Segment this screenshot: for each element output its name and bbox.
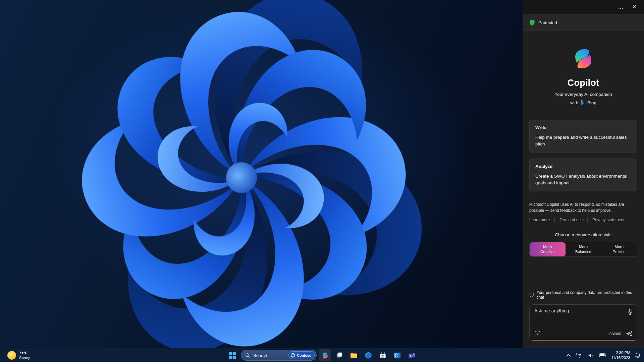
- style-label-line: Precise: [613, 249, 626, 255]
- copilot-subtitle: Your everyday AI companion: [554, 92, 612, 97]
- divider: [587, 218, 588, 222]
- search-box[interactable]: Search Contoso: [241, 350, 317, 361]
- folder-icon: [350, 351, 358, 359]
- contoso-logo-icon: [290, 353, 295, 358]
- write-suggestion-card[interactable]: Write Help me prepare and write a succes…: [529, 120, 637, 153]
- bloom-wallpaper-art: [0, 0, 523, 348]
- with-label: with: [570, 100, 578, 105]
- teams-app-icon: T: [408, 352, 416, 359]
- close-icon[interactable]: ✕: [632, 4, 637, 10]
- task-view-button[interactable]: [333, 349, 345, 361]
- character-counter: 0/4000: [609, 332, 621, 336]
- copilot-logo-icon: [571, 46, 596, 71]
- style-more-creative-button[interactable]: More Creative: [530, 242, 566, 256]
- search-placeholder: Search: [253, 353, 285, 358]
- legal-links: Learn more Terms of use Privacy statemen…: [523, 218, 644, 222]
- outlook-icon[interactable]: [391, 349, 403, 361]
- style-label-line: Creative: [540, 249, 555, 255]
- spacer: [523, 257, 644, 290]
- card-title: Analyze: [535, 164, 631, 169]
- edge-icon[interactable]: [362, 349, 374, 361]
- taskbar-center: Search Contoso: [226, 348, 418, 362]
- screen: … ✕ Protected Copilot Your everyday AI c…: [0, 0, 644, 362]
- protected-status-bar: Protected: [523, 14, 644, 31]
- microphone-button[interactable]: [628, 309, 633, 315]
- edge-browser-icon: [365, 352, 372, 359]
- learn-more-link[interactable]: Learn more: [529, 218, 550, 222]
- volume-icon[interactable]: [588, 353, 594, 358]
- data-protection-text: Your personal and company data are prote…: [537, 290, 637, 300]
- outlook-mail-icon: [393, 352, 401, 359]
- task-view-icon: [336, 352, 343, 359]
- input-toolbar: 0/4000: [534, 330, 633, 337]
- bing-icon: [580, 100, 585, 106]
- battery-icon[interactable]: [599, 353, 606, 357]
- chat-input[interactable]: [534, 308, 622, 327]
- sun-icon: [7, 351, 16, 360]
- more-options-icon[interactable]: …: [618, 4, 624, 10]
- microsoft-store-icon: [379, 352, 387, 359]
- taskbar: 71°F Sunny Search: [0, 348, 644, 362]
- copilot-hero: Copilot Your everyday AI companion with …: [523, 46, 644, 106]
- clock[interactable]: 2:30 PM 11/15/2023: [611, 350, 630, 360]
- ai-disclaimer-text: Microsoft Copilot uses AI to respond, so…: [523, 201, 644, 214]
- search-icon: [245, 353, 250, 358]
- style-label-line: More: [615, 244, 624, 250]
- notification-bell-icon[interactable]: [635, 352, 641, 358]
- send-button[interactable]: [626, 330, 633, 337]
- shield-outline-icon: [529, 292, 534, 298]
- conversation-style-picker: More Creative More Balanced More Precise: [529, 242, 637, 257]
- terms-of-use-link[interactable]: Terms of use: [559, 218, 583, 222]
- card-body: Help me prepare and write a successful s…: [535, 134, 631, 147]
- conversation-style-heading: Choose a conversation style: [523, 232, 644, 237]
- screenshot-button[interactable]: [534, 330, 541, 337]
- teams-icon[interactable]: T: [406, 349, 418, 361]
- privacy-statement-link[interactable]: Privacy statement: [592, 218, 624, 222]
- style-more-balanced-button[interactable]: More Balanced: [566, 242, 601, 256]
- tray-date: 11/15/2023: [611, 355, 630, 360]
- svg-text:T: T: [410, 354, 412, 357]
- copilot-panel: … ✕ Protected Copilot Your everyday AI c…: [523, 0, 644, 348]
- protected-label: Protected: [538, 20, 557, 25]
- bing-label: Bing: [587, 100, 596, 105]
- search-company-badge: Contoso: [288, 351, 315, 359]
- windows-logo-icon: [229, 352, 236, 359]
- system-tray: 2:30 PM 11/15/2023: [566, 348, 641, 362]
- weather-temperature: 71°F: [19, 351, 30, 355]
- tray-expand-button[interactable]: [566, 354, 571, 357]
- with-bing-row: with Bing: [570, 100, 596, 106]
- data-protection-note: Your personal and company data are prote…: [523, 290, 644, 300]
- card-body: Create a SWOT analysis about environment…: [535, 173, 631, 186]
- copilot-taskbar-icon[interactable]: [319, 349, 331, 361]
- style-label-line: Balanced: [575, 249, 591, 255]
- copilot-title: Copilot: [568, 78, 599, 88]
- analyze-suggestion-card[interactable]: Analyze Create a SWOT analysis about env…: [529, 159, 637, 191]
- card-title: Write: [535, 125, 631, 130]
- weather-condition: Sunny: [19, 355, 30, 360]
- network-icon[interactable]: [576, 353, 583, 358]
- style-label-line: More: [543, 244, 552, 250]
- store-icon[interactable]: [377, 349, 389, 361]
- style-more-precise-button[interactable]: More Precise: [601, 242, 637, 256]
- tray-time: 2:30 PM: [616, 350, 630, 355]
- start-button[interactable]: [226, 349, 238, 361]
- style-label-line: More: [579, 244, 588, 250]
- weather-widget[interactable]: 71°F Sunny: [5, 348, 33, 362]
- suggestion-cards: Write Help me prepare and write a succes…: [523, 120, 644, 191]
- shield-icon: [529, 19, 535, 26]
- chat-input-box: 0/4000: [529, 304, 637, 341]
- search-badge-label: Contoso: [297, 353, 311, 357]
- panel-titlebar: … ✕: [523, 0, 644, 14]
- divider: [554, 218, 555, 222]
- chevron-up-icon: [566, 354, 571, 357]
- file-explorer-icon[interactable]: [348, 349, 360, 361]
